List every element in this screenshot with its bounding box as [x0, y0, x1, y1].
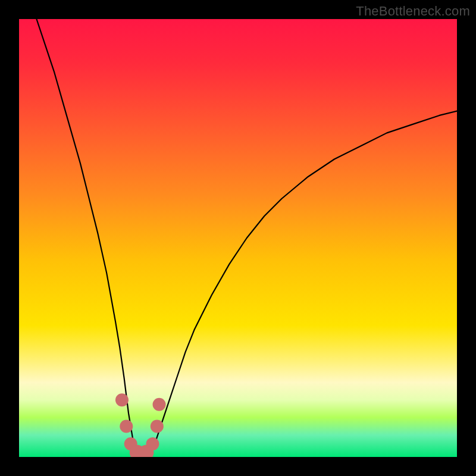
marker-1 [120, 419, 133, 433]
watermark-text: TheBottleneck.com [356, 4, 470, 19]
chart-frame: TheBottleneck.com [0, 0, 476, 476]
chart-background [19, 19, 457, 457]
chart-plot-area [19, 19, 457, 457]
chart-svg [19, 19, 457, 457]
marker-7 [153, 398, 166, 411]
marker-6 [151, 419, 164, 433]
marker-0 [115, 393, 129, 406]
marker-5 [146, 437, 159, 450]
